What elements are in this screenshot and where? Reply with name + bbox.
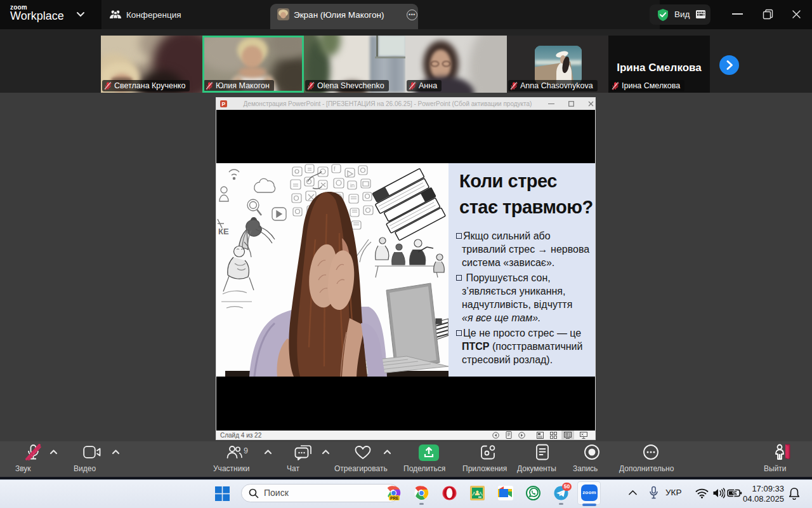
svg-text:in: in — [350, 182, 355, 189]
svg-text:КЕ: КЕ — [218, 227, 229, 236]
